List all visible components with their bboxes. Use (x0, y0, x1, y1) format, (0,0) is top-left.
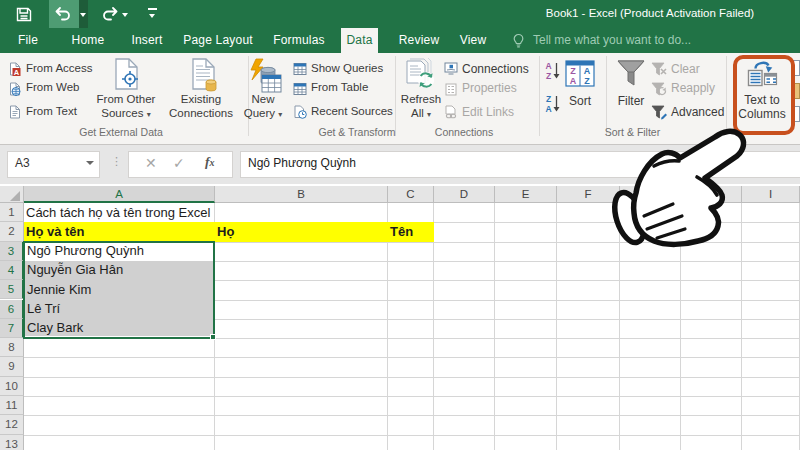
svg-text:A: A (570, 76, 577, 86)
svg-text:Z: Z (546, 94, 551, 104)
svg-text:A: A (545, 104, 551, 114)
svg-text:A: A (584, 66, 591, 76)
svg-text:A: A (545, 61, 551, 71)
svg-text:Z: Z (546, 71, 551, 81)
svg-text:Z: Z (570, 66, 576, 76)
svg-text:Z: Z (584, 76, 590, 86)
svg-text:A: A (14, 68, 20, 76)
